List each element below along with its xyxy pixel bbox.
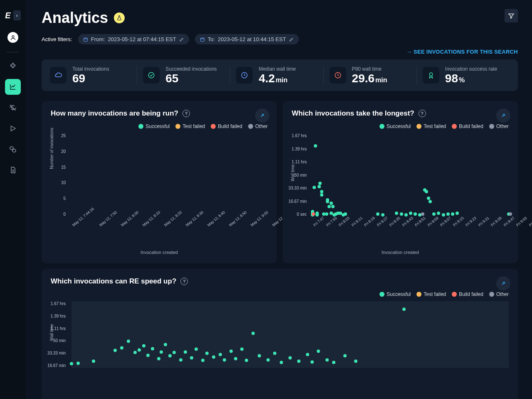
scatter-point[interactable] xyxy=(315,212,319,215)
scatter-point[interactable] xyxy=(320,193,323,197)
scatter-point[interactable] xyxy=(70,362,73,365)
filter-from[interactable]: From: 2023-05-12 at 07:44:15 EST xyxy=(78,34,189,44)
see-invocations-link[interactable]: SEE INVOCATIONS FOR THIS SEARCH xyxy=(406,49,518,55)
scatter-point[interactable] xyxy=(127,340,130,343)
card-title: How many invocations are being run? xyxy=(51,109,178,118)
scatter-point[interactable] xyxy=(442,213,445,217)
scatter-point[interactable] xyxy=(234,357,237,360)
scatter-point[interactable] xyxy=(317,350,320,353)
pencil-icon[interactable] xyxy=(179,37,184,42)
scatter-point[interactable] xyxy=(451,212,454,216)
nav-boxes-icon[interactable] xyxy=(5,141,21,157)
scatter-point[interactable] xyxy=(421,212,424,216)
scatter-point[interactable] xyxy=(297,360,300,363)
scatter-point[interactable] xyxy=(212,355,215,359)
scatter-point[interactable] xyxy=(146,354,150,357)
scatter-point[interactable] xyxy=(157,357,160,360)
legend-item: Build failed xyxy=(452,291,483,297)
scatter-point[interactable] xyxy=(330,202,333,205)
scatter-point[interactable] xyxy=(409,212,412,215)
scatter-point[interactable] xyxy=(76,362,80,365)
scatter-point[interactable] xyxy=(190,356,193,360)
scatter-point[interactable] xyxy=(288,356,292,360)
scatter-point[interactable] xyxy=(354,360,357,363)
nav-hidden-icon[interactable] xyxy=(5,100,21,116)
scatter-point[interactable] xyxy=(164,343,167,346)
scatter-point[interactable] xyxy=(331,205,335,208)
scatter-point[interactable] xyxy=(151,347,154,350)
scatter-point[interactable] xyxy=(343,354,347,357)
scatter-point[interactable] xyxy=(318,185,321,188)
scatter-point[interactable] xyxy=(332,361,335,364)
scatter-point[interactable] xyxy=(395,212,398,215)
scatter-point[interactable] xyxy=(402,308,406,311)
scatter-point[interactable] xyxy=(138,348,141,352)
logo[interactable]: E› xyxy=(5,10,20,20)
scatter-point[interactable] xyxy=(456,212,459,215)
scatter-point[interactable] xyxy=(314,144,317,148)
avatar[interactable] xyxy=(7,32,18,43)
scatter-point[interactable] xyxy=(427,197,430,200)
scatter-point[interactable] xyxy=(201,359,204,362)
scatter-point[interactable] xyxy=(320,190,323,193)
nav-analytics-icon[interactable] xyxy=(5,79,21,95)
filter-button[interactable] xyxy=(505,9,518,22)
nav-document-icon[interactable] xyxy=(5,162,21,178)
scatter-point[interactable] xyxy=(223,358,226,362)
scatter-point[interactable] xyxy=(437,212,440,215)
scatter-point[interactable] xyxy=(184,350,187,354)
help-icon[interactable]: ? xyxy=(419,110,426,117)
scatter-point[interactable] xyxy=(325,212,328,216)
scatter-point[interactable] xyxy=(229,350,233,353)
pencil-icon[interactable] xyxy=(289,37,294,42)
scatter-point[interactable] xyxy=(251,332,255,335)
scatter-point[interactable] xyxy=(142,344,145,347)
scatter-point[interactable] xyxy=(328,205,331,208)
scatter-point[interactable] xyxy=(509,212,512,216)
scatter-point[interactable] xyxy=(266,358,270,362)
scatter-point[interactable] xyxy=(404,213,408,217)
scatter-point[interactable] xyxy=(306,353,309,356)
flask-icon xyxy=(114,12,125,23)
scatter-point[interactable] xyxy=(219,353,222,356)
scatter-point[interactable] xyxy=(432,212,436,216)
expand-button[interactable] xyxy=(255,108,269,123)
help-icon[interactable]: ? xyxy=(180,278,188,285)
scatter-point[interactable] xyxy=(446,212,450,216)
expand-button[interactable] xyxy=(496,276,510,291)
scatter-point[interactable] xyxy=(310,360,314,364)
scatter-point[interactable] xyxy=(414,212,417,216)
nav-plugin-icon[interactable] xyxy=(5,58,21,74)
scatter-point[interactable] xyxy=(205,352,209,355)
scatter-point[interactable] xyxy=(400,212,403,216)
scatter-point[interactable] xyxy=(280,361,283,364)
scatter-point[interactable] xyxy=(179,358,182,362)
scatter-point[interactable] xyxy=(168,354,172,357)
scatter-point[interactable] xyxy=(425,190,428,193)
scatter-point[interactable] xyxy=(120,346,123,350)
scatter-point[interactable] xyxy=(258,354,261,357)
scatter-point[interactable] xyxy=(429,200,432,203)
scatter-point[interactable] xyxy=(160,350,163,354)
scatter-point[interactable] xyxy=(326,200,329,203)
scatter-point[interactable] xyxy=(325,358,329,362)
scatter-point[interactable] xyxy=(376,212,379,216)
nav-play-icon[interactable] xyxy=(5,121,21,136)
scatter-point[interactable] xyxy=(344,212,347,216)
scatter-point[interactable] xyxy=(312,212,315,216)
scatter-point[interactable] xyxy=(313,186,316,189)
help-icon[interactable]: ? xyxy=(182,110,190,117)
scatter-point[interactable] xyxy=(133,351,137,354)
scatter-point[interactable] xyxy=(92,360,95,363)
scatter-point[interactable] xyxy=(172,351,176,354)
scatter-point[interactable] xyxy=(318,182,322,185)
scatter-point[interactable] xyxy=(245,359,248,362)
scatter-point[interactable] xyxy=(113,349,117,352)
scatter-point[interactable] xyxy=(273,352,276,355)
expand-button[interactable] xyxy=(496,108,510,123)
filter-to[interactable]: To: 2023-05-12 at 10:44:15 EST xyxy=(195,34,299,44)
scatter-point[interactable] xyxy=(240,347,244,351)
card-title: Which invocations take the longest? xyxy=(292,109,414,118)
scatter-point[interactable] xyxy=(381,213,384,217)
scatter-point[interactable] xyxy=(195,347,198,351)
